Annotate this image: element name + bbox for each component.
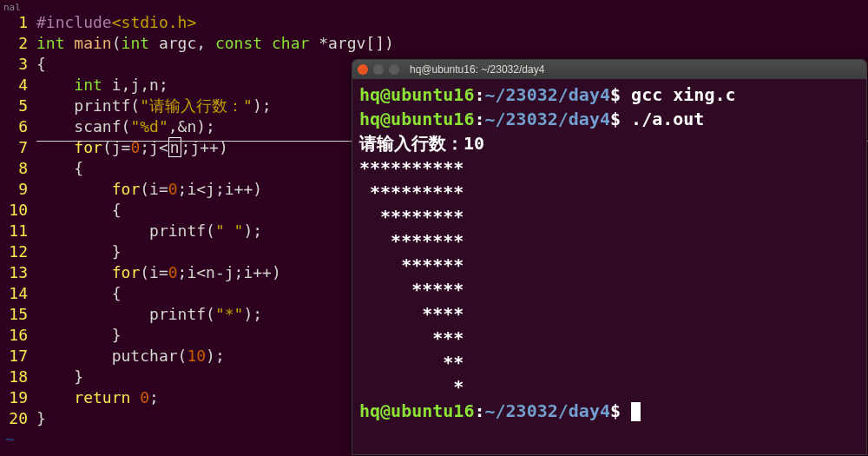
code-content[interactable]: return 0; (36, 387, 159, 408)
terminal-output-line: * (359, 374, 859, 399)
code-content[interactable]: scanf("%d",&n); (36, 116, 215, 137)
code-content[interactable]: printf("请输入行数："); (36, 96, 272, 116)
terminal-body[interactable]: hq@ubuntu16:~/23032/day4$ gcc xing.chq@u… (352, 79, 866, 426)
code-content[interactable]: printf("*"); (36, 304, 262, 325)
code-content[interactable]: { (36, 158, 83, 179)
code-line[interactable]: 2int main(int argc, const char *argv[]) (0, 33, 868, 54)
terminal-window[interactable]: hq@ubuntu16: ~/23032/day4 hq@ubuntu16:~/… (352, 59, 867, 455)
terminal-line: hq@ubuntu16:~/23032/day4$ gcc xing.c (359, 83, 859, 107)
terminal-title: hq@ubuntu16: ~/23032/day4 (410, 63, 544, 76)
code-content[interactable]: } (36, 325, 122, 346)
editor-title: nal (0, 0, 24, 15)
code-content[interactable]: int i,j,n; (36, 75, 168, 96)
line-number: 10 (0, 200, 36, 221)
line-number: 14 (0, 283, 36, 304)
prompt-path: ~/23032/day4 (485, 109, 611, 129)
code-content[interactable]: } (36, 367, 83, 387)
line-number: 2 (0, 33, 36, 54)
prompt-user: hq@ubuntu16 (359, 109, 474, 129)
minimize-icon[interactable] (373, 64, 384, 75)
code-content[interactable]: for(i=0;i<j;i++) (36, 179, 262, 200)
line-number: 19 (0, 387, 36, 408)
line-number: 3 (0, 54, 36, 75)
code-content[interactable]: printf(" "); (36, 221, 262, 241)
prompt-user: hq@ubuntu16 (359, 84, 474, 105)
terminal-output-line: ****** (359, 253, 859, 277)
line-number: 9 (0, 179, 36, 200)
prompt-path: ~/23032/day4 (485, 400, 611, 421)
line-number: 16 (0, 325, 36, 346)
code-content[interactable]: } (36, 241, 122, 262)
terminal-output-line: ******** (359, 204, 859, 228)
line-number: 5 (0, 96, 36, 116)
terminal-output-line: 请输入行数：10 (359, 131, 859, 155)
terminal-output-line: ** (359, 350, 859, 374)
terminal-output-line: ***** (359, 277, 859, 301)
line-number: 6 (0, 116, 36, 137)
code-content[interactable]: } (36, 408, 46, 429)
terminal-output-line: *** (359, 326, 859, 350)
terminal-line: hq@ubuntu16:~/23032/day4$ (359, 399, 859, 423)
code-line[interactable]: 1#include<stdio.h> (0, 12, 868, 33)
code-content[interactable]: putchar(10); (36, 346, 225, 367)
terminal-cursor (631, 402, 641, 421)
prompt-command: ./a.out (621, 109, 704, 129)
code-content[interactable]: { (36, 283, 122, 304)
line-number: 12 (0, 241, 36, 262)
line-number: 20 (0, 408, 36, 429)
terminal-line: hq@ubuntu16:~/23032/day4$ ./a.out (359, 107, 859, 131)
close-icon[interactable] (358, 64, 368, 75)
terminal-output-line: **** (359, 301, 859, 326)
line-number: 18 (0, 367, 36, 387)
line-number: 13 (0, 262, 36, 283)
prompt-path: ~/23032/day4 (485, 84, 611, 105)
code-content[interactable]: int main(int argc, const char *argv[]) (36, 33, 394, 54)
line-number: 1 (0, 12, 36, 33)
line-number: 7 (0, 137, 36, 158)
code-content[interactable]: { (36, 200, 122, 221)
line-number: 8 (0, 158, 36, 179)
terminal-output-line: ******* (359, 228, 859, 253)
prompt-command: gcc xing.c (621, 84, 735, 105)
prompt-user: hq@ubuntu16 (359, 400, 474, 421)
line-number: 11 (0, 221, 36, 241)
code-content[interactable]: for(i=0;i<n-j;i++) (36, 262, 281, 283)
code-content[interactable]: { (36, 54, 46, 75)
line-number: 15 (0, 304, 36, 325)
line-number: 17 (0, 346, 36, 367)
maximize-icon[interactable] (389, 64, 399, 75)
code-content[interactable]: #include<stdio.h> (36, 12, 196, 33)
prompt-command (621, 400, 631, 421)
terminal-output-line: ********* (359, 180, 859, 204)
terminal-titlebar[interactable]: hq@ubuntu16: ~/23032/day4 (352, 60, 866, 79)
terminal-output-line: ********** (359, 155, 859, 180)
line-number: 4 (0, 75, 36, 96)
